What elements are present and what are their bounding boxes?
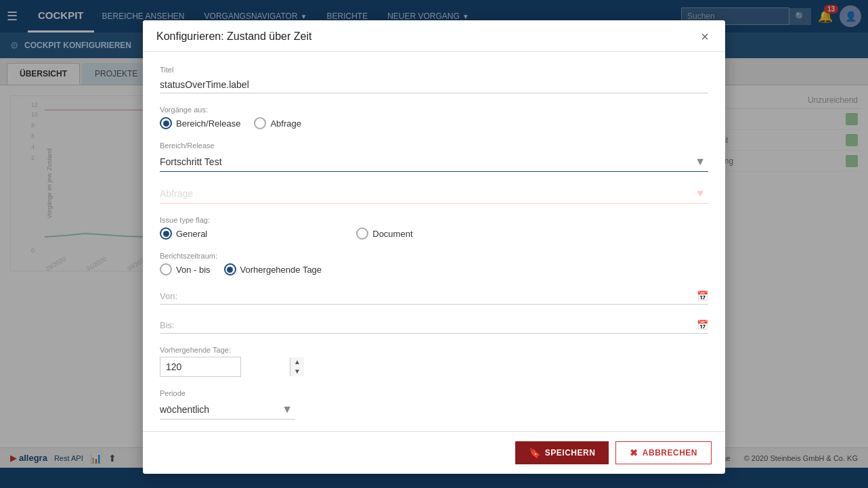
issue-type-flag-label: Issue type flag:	[160, 216, 708, 224]
titel-input[interactable]	[160, 85, 708, 93]
modal-dialog: Konfigurieren: Zustand über Zeit × Titel…	[143, 85, 725, 468]
berichtszeitraum-radio-group: Von - bis Vorhergehende Tage	[160, 263, 708, 275]
abfrage-select-wrapper: Abfrage ▼	[160, 184, 708, 204]
issue-type-flag-radio-group: General Document	[160, 227, 708, 240]
bis-date-wrapper: Bis: 📅	[160, 317, 708, 334]
vorgaenge-aus-label: Vorgänge aus:	[160, 106, 708, 114]
modal-footer: 🔖 SPEICHERN ✖ ABBRECHEN	[143, 431, 725, 468]
radio-vorhergehende-circle	[224, 263, 236, 275]
radio-von-bis-circle	[160, 263, 172, 275]
berichtszeitraum-label: Berichtszeitraum:	[160, 252, 708, 260]
abfrage-group: Abfrage ▼	[160, 184, 708, 204]
radio-abfrage-circle	[254, 117, 266, 129]
radio-abfrage[interactable]: Abfrage	[254, 117, 301, 129]
stepper-up-button[interactable]: ▲	[290, 357, 304, 367]
von-date-input[interactable]	[183, 290, 697, 301]
bis-calendar-icon[interactable]: 📅	[697, 319, 708, 330]
number-stepper: ▲ ▼	[290, 357, 304, 376]
vorhergehende-tage-label: Vorhergehende Tage:	[160, 346, 708, 354]
stepper-down-button[interactable]: ▼	[290, 367, 304, 376]
modal-overlay: Konfigurieren: Zustand über Zeit × Titel…	[0, 85, 868, 468]
radio-document-circle	[356, 227, 368, 240]
titel-group: Titel	[160, 85, 708, 93]
radio-general[interactable]: General	[160, 227, 207, 240]
von-date-wrapper: Von: 📅	[160, 288, 708, 305]
vorgaenge-aus-radio-group: Bereich/Release Abfrage	[160, 117, 708, 129]
vorhergehende-tage-group: Vorhergehende Tage: ▲ ▼	[160, 346, 708, 377]
issue-type-flag-group: Issue type flag: General Document	[160, 216, 708, 240]
radio-bereich-circle	[160, 117, 172, 129]
periode-label: Periode	[160, 389, 708, 397]
vorhergehende-tage-wrapper: ▲ ▼	[160, 357, 241, 377]
radio-general-circle	[160, 227, 172, 240]
radio-vorhergehende-tage[interactable]: Vorhergehende Tage	[224, 263, 322, 275]
save-icon: 🔖	[529, 447, 541, 458]
bereich-release-label: Bereich/Release	[160, 141, 708, 150]
bereich-release-group: Bereich/Release Fortschritt Test ▼	[160, 141, 708, 172]
vorhergehende-tage-input[interactable]	[160, 357, 290, 376]
periode-select[interactable]: täglich wöchentlich monatlich	[160, 400, 295, 419]
save-button[interactable]: 🔖 SPEICHERN	[515, 441, 609, 464]
bis-label: Bis:	[160, 320, 175, 330]
bereich-release-select-wrapper: Fortschritt Test ▼	[160, 152, 708, 172]
bereich-release-select[interactable]: Fortschritt Test	[160, 152, 708, 171]
von-group: Von: 📅	[160, 288, 708, 305]
berichtszeitraum-group: Berichtszeitraum: Von - bis Vorhergehend…	[160, 252, 708, 275]
radio-bereich-release[interactable]: Bereich/Release	[160, 117, 240, 129]
bis-date-input[interactable]	[180, 319, 697, 330]
periode-select-wrapper: täglich wöchentlich monatlich ▼	[160, 400, 295, 420]
von-label: Von:	[160, 291, 177, 301]
bis-group: Bis: 📅	[160, 317, 708, 334]
cancel-icon: ✖	[630, 447, 638, 458]
periode-group: Periode täglich wöchentlich monatlich ▼	[160, 389, 708, 420]
modal-body: Titel Vorgänge aus: Bereich/Release	[143, 85, 725, 431]
main-content: Vorgänge im jew. Zustand limit 12 10 8 6…	[0, 85, 868, 468]
radio-von-bis[interactable]: Von - bis	[160, 263, 211, 275]
cancel-button[interactable]: ✖ ABBRECHEN	[615, 441, 712, 464]
vorgaenge-aus-group: Vorgänge aus: Bereich/Release Abfrage	[160, 106, 708, 129]
radio-document[interactable]: Document	[356, 227, 412, 240]
abfrage-select[interactable]: Abfrage	[160, 184, 708, 203]
von-calendar-icon[interactable]: 📅	[697, 290, 708, 301]
